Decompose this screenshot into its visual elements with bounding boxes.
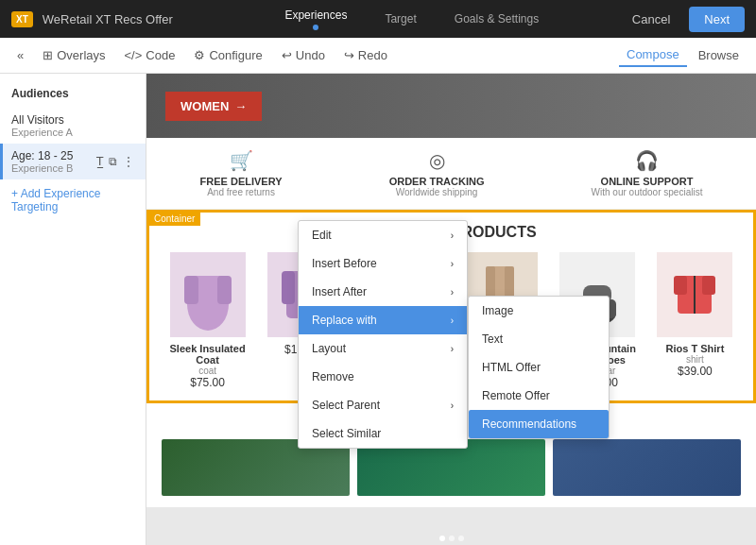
- sub-menu-item-remote-offer[interactable]: Remote Offer: [469, 382, 609, 410]
- svg-rect-2: [184, 276, 198, 304]
- menu-item-select-parent[interactable]: Select Parent ›: [299, 391, 467, 419]
- app-logo: XT: [11, 11, 33, 27]
- delivery-icon: 🛒: [200, 149, 283, 172]
- banner-dots: [439, 536, 464, 541]
- chevron-right-icon: ›: [451, 400, 454, 411]
- menu-item-insert-after[interactable]: Insert After ›: [299, 278, 467, 306]
- women-button[interactable]: WOMEN →: [165, 92, 262, 121]
- main-layout: Audiences All Visitors Experience A Age:…: [0, 74, 756, 545]
- text-format-icon[interactable]: T̲: [96, 155, 103, 168]
- tracking-icon: ◎: [389, 149, 485, 172]
- copy-icon[interactable]: ⧉: [109, 155, 117, 168]
- context-menu: Edit › Insert Before › Insert After › Re…: [298, 220, 468, 449]
- add-targeting-button[interactable]: + Add Experience Targeting: [0, 179, 146, 221]
- chevron-right-icon: ›: [451, 287, 454, 298]
- nav-goals-settings[interactable]: Goals & Settings: [455, 12, 539, 26]
- sidebar-item-all-visitors[interactable]: All Visitors Experience A: [0, 108, 146, 144]
- product-img-0: [170, 252, 246, 337]
- women-banner: WOMEN →: [146, 74, 756, 138]
- banner-dot-1[interactable]: [439, 536, 445, 541]
- app-title: WeRetail XT Recs Offer: [43, 12, 173, 26]
- more-icon[interactable]: ⋮: [123, 155, 134, 168]
- menu-item-select-similar[interactable]: Select Similar: [299, 419, 467, 448]
- features-row: 🛒 FREE DELIVERY And free returns ◎ ORDER…: [146, 138, 756, 210]
- menu-item-remove[interactable]: Remove: [299, 363, 467, 391]
- back-icon: «: [17, 48, 24, 62]
- code-icon: </>: [125, 48, 143, 62]
- chevron-right-icon: ›: [451, 315, 454, 326]
- sidebar-item-icons: T̲ ⧉ ⋮: [96, 155, 134, 168]
- back-button[interactable]: «: [9, 44, 31, 66]
- story-thumb-3[interactable]: [553, 439, 741, 496]
- top-nav: Experiences Target Goals & Settings: [201, 9, 623, 30]
- nav-experiences[interactable]: Experiences: [284, 9, 347, 30]
- product-img-5: [657, 252, 732, 337]
- product-card-5[interactable]: Rios T Shirt shirt $39.00: [652, 252, 738, 389]
- layers-icon: ⊞: [43, 48, 53, 62]
- top-bar-actions: Cancel Next: [623, 7, 745, 32]
- next-button[interactable]: Next: [689, 7, 745, 32]
- cancel-button[interactable]: Cancel: [623, 9, 679, 30]
- banner-dot-3[interactable]: [458, 536, 464, 541]
- tab-browse[interactable]: Browse: [691, 44, 747, 66]
- code-button[interactable]: </> Code: [117, 44, 183, 66]
- content-area: WOMEN → 🛒 FREE DELIVERY And free returns…: [146, 74, 756, 545]
- nav-target[interactable]: Target: [385, 12, 416, 26]
- toolbar: « ⊞ Overlays </> Code ⚙ Configure ↩ Undo…: [0, 38, 756, 74]
- overlays-button[interactable]: ⊞ Overlays: [35, 44, 112, 66]
- chevron-right-icon: ›: [451, 259, 454, 269]
- svg-rect-17: [674, 276, 687, 295]
- support-icon: 🎧: [592, 149, 703, 172]
- menu-item-insert-before[interactable]: Insert Before ›: [299, 249, 467, 278]
- sidebar-title: Audiences: [0, 83, 146, 108]
- menu-item-layout[interactable]: Layout ›: [299, 334, 467, 363]
- undo-button[interactable]: ↩ Undo: [274, 44, 333, 66]
- sub-menu-item-recommendations[interactable]: Recommendations: [469, 410, 609, 438]
- sidebar: Audiences All Visitors Experience A Age:…: [0, 74, 146, 545]
- sub-menu-item-text[interactable]: Text: [469, 325, 609, 353]
- svg-rect-5: [282, 271, 295, 304]
- feature-tracking: ◎ ORDER TRACKING Worldwide shipping: [389, 149, 485, 197]
- chevron-right-icon: ›: [451, 344, 454, 354]
- toolbar-right: Compose Browse: [619, 43, 747, 67]
- gear-icon: ⚙: [194, 48, 205, 62]
- svg-rect-18: [702, 276, 715, 295]
- redo-button[interactable]: ↪ Redo: [336, 44, 395, 66]
- tab-compose[interactable]: Compose: [619, 43, 687, 67]
- menu-item-replace-with[interactable]: Replace with ›: [299, 306, 467, 334]
- sub-menu-item-image[interactable]: Image: [469, 297, 609, 325]
- sub-menu-replace: Image Text HTML Offer Remote Offer Recom…: [468, 296, 610, 439]
- banner-dot-2[interactable]: [449, 536, 455, 541]
- container-label: Container: [148, 212, 200, 226]
- menu-item-edit[interactable]: Edit ›: [299, 221, 467, 249]
- feature-delivery: 🛒 FREE DELIVERY And free returns: [200, 149, 283, 197]
- undo-icon: ↩: [282, 48, 292, 62]
- toolbar-left: « ⊞ Overlays </> Code ⚙ Configure ↩ Undo…: [9, 44, 395, 66]
- redo-icon: ↪: [344, 48, 354, 62]
- sub-menu-item-html-offer[interactable]: HTML Offer: [469, 353, 609, 382]
- product-card-0[interactable]: Sleek Insulated Coat coat $75.00: [164, 252, 250, 389]
- feature-support: 🎧 ONLINE SUPPORT With our outdoor specia…: [592, 149, 703, 197]
- nav-dot: [313, 25, 318, 30]
- top-bar: XT WeRetail XT Recs Offer Experiences Ta…: [0, 0, 756, 38]
- configure-button[interactable]: ⚙ Configure: [186, 44, 269, 66]
- sidebar-item-controls: Age: 18 - 25 Experience B T̲ ⧉ ⋮: [11, 149, 134, 174]
- chevron-right-icon: ›: [451, 230, 454, 241]
- sidebar-item-age-18-25[interactable]: Age: 18 - 25 Experience B T̲ ⧉ ⋮: [0, 144, 146, 179]
- svg-rect-3: [217, 276, 232, 304]
